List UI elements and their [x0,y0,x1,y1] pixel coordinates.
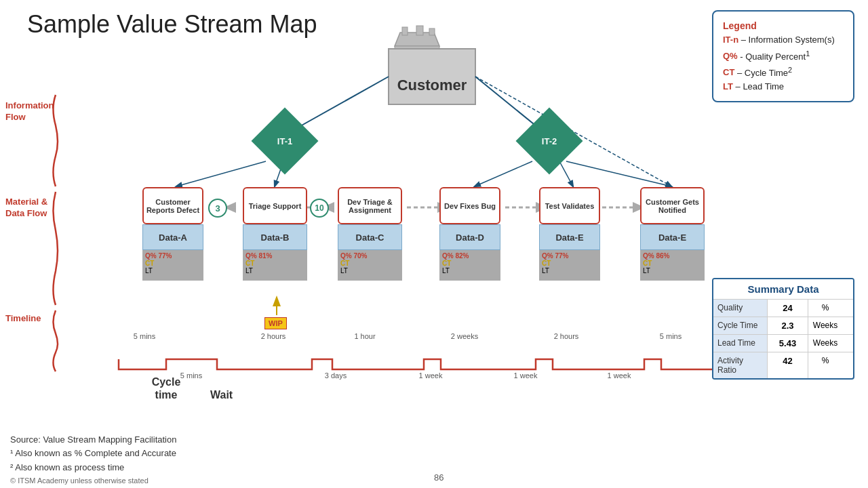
data-box-3: Data-C [338,224,402,250]
queue-number-1: 3 [208,199,227,218]
summary-row-ar: Activity Ratio 42 % [713,352,853,378]
summary-label-ct: Cycle Time [713,317,768,334]
metrics-5: Q% 77% CT LT [539,250,600,281]
queue-number-2: 10 [310,199,329,218]
diamond-it2-label: IT-2 [526,117,573,165]
data-box-6: Data-E [640,224,705,250]
summary-unit-quality: % [808,300,842,317]
data-box-1: Data-A [142,224,203,250]
process-3: Dev Triage & Assignment [338,187,402,224]
summary-label-quality: Quality [713,300,768,317]
summary-row-ct: Cycle Time 2.3 Weeks [713,317,853,335]
svg-line-11 [559,161,573,186]
summary-label-lt: Lead Time [713,335,768,352]
cycle-time-5: 2 hours [539,332,593,340]
data-box-5: Data-E [539,224,600,250]
diamond-it2: IT-2 [516,108,583,175]
wait-time-4: 1 week [502,371,549,380]
label-material-flow: Material & Data Flow [5,197,56,220]
process-1: Customer Reports Defect [142,187,203,224]
process-6: Customer Gets Notified [640,187,705,224]
wip-badge: WIP [264,317,287,329]
summary-title: Summary Data [713,279,853,300]
diamond-it1-label: IT-1 [261,117,309,165]
customer-label: Customer [389,66,475,104]
svg-rect-1 [395,46,439,49]
svg-line-10 [475,161,532,186]
label-timeline: Timeline [5,313,56,325]
wait-label: Wait [210,389,233,401]
data-box-2: Data-B [243,224,307,250]
label-info-flow: Information Flow [5,100,56,123]
metrics-1: Q% 77% CT LT [142,250,203,281]
legend-item-ct: CT – Cycle Time2 [723,64,844,80]
legend-title: Legend [723,18,844,33]
summary-val-ct: 2.3 [768,317,808,334]
process-4: Dev Fixes Bug [439,187,500,224]
footer-note1: ¹ Also known as % Complete and Accurate [10,447,858,461]
cycle-time-2: 2 hours [243,332,304,340]
svg-line-12 [566,161,671,186]
cycle-time-1: 5 mins [117,332,172,340]
footer-main: Source: Value Stream Mapping Facilitatio… [10,433,858,475]
page: Sample Value Stream Map Legend IT-n – In… [0,0,868,488]
summary-table: Summary Data Quality 24 % Cycle Time 2.3… [712,278,854,380]
diamond-it1: IT-1 [252,108,319,175]
legend-item-q: Q% - Quality Percent1 [723,47,844,64]
legend-box: Legend IT-n – Information System(s) Q% -… [712,10,854,102]
page-number: 86 [434,472,443,483]
legend-item-itn: IT-n – Information System(s) [723,33,844,47]
data-box-4: Data-D [439,224,500,250]
footer-source: Source: Value Stream Mapping Facilitatio… [10,433,858,447]
cycle-time-label: Cycle time [146,375,186,401]
summary-label-ar: Activity Ratio [713,352,768,378]
summary-unit-lt: Weeks [808,335,842,352]
summary-val-lt: 5.43 [768,335,808,352]
summary-unit-ar: % [808,352,842,378]
svg-line-8 [176,161,266,186]
process-2: Triage Support [243,187,307,224]
cycle-time-4: 2 weeks [437,332,492,340]
summary-val-quality: 24 [768,300,808,317]
metrics-3: Q% 70% CT LT [338,250,402,281]
metrics-2: Q% 81% CT LT [243,250,307,281]
legend-item-lt: LT – Lead Time [723,80,844,94]
metrics-6: Q% 86% CT LT [640,250,705,281]
summary-row-lt: Lead Time 5.43 Weeks [713,335,853,352]
summary-val-ar: 42 [768,352,808,378]
metrics-4: Q% 82% CT LT [439,250,500,281]
summary-row-quality: Quality 24 % [713,300,853,317]
cycle-time-3: 1 hour [338,332,392,340]
summary-unit-ct: Weeks [808,317,842,334]
process-5: Test Validates [539,187,600,224]
wait-time-2: 3 days [312,371,359,380]
cycle-time-6: 5 mins [640,332,701,340]
wait-time-5: 1 week [595,371,643,380]
wait-time-3: 1 week [407,371,454,380]
